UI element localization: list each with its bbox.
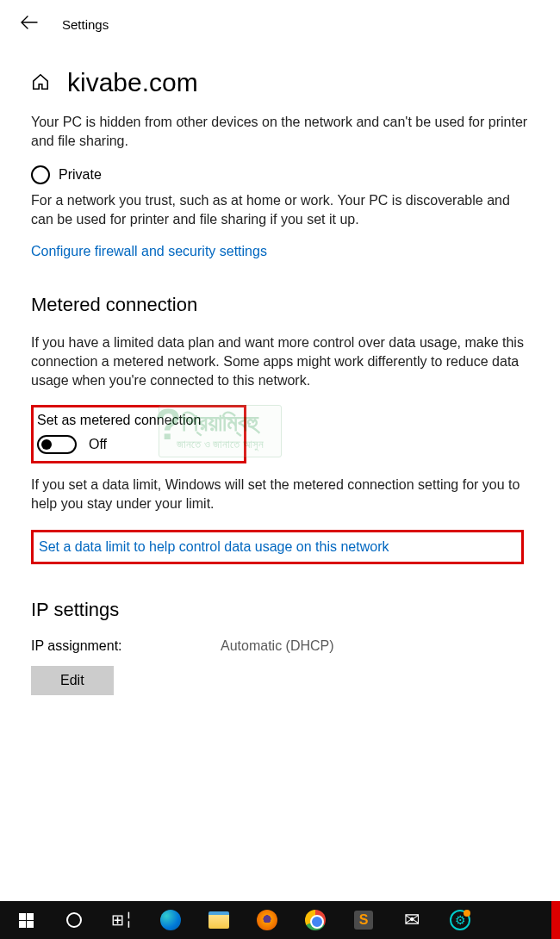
sublime-icon: S — [354, 911, 373, 930]
chrome-icon — [305, 910, 326, 930]
taskbar: ⊞╎ S ✉ ⚙ — [0, 901, 560, 939]
sublime-button[interactable]: S — [339, 901, 388, 939]
cortana-button[interactable] — [50, 901, 98, 939]
gear-badge-icon: ⚙ — [450, 910, 470, 930]
explorer-button[interactable] — [195, 901, 243, 939]
private-radio[interactable]: Private — [31, 165, 529, 184]
windows-icon — [19, 913, 34, 928]
private-description: For a network you trust, such as at home… — [31, 191, 529, 230]
back-icon[interactable] — [21, 16, 38, 34]
settings-badge-button[interactable]: ⚙ — [436, 901, 484, 939]
page-title: kivabe.com — [67, 68, 198, 97]
mail-icon: ✉ — [404, 909, 420, 931]
toggle-knob-icon — [41, 439, 52, 450]
edge-icon — [160, 910, 181, 930]
ip-assignment-value: Automatic (DHCP) — [221, 638, 334, 654]
metered-toggle-highlight: Set as metered connection Off — [31, 405, 246, 463]
mail-button[interactable]: ✉ — [388, 901, 436, 939]
firefox-button[interactable] — [243, 901, 291, 939]
header-title: Settings — [62, 17, 109, 32]
chrome-button[interactable] — [291, 901, 339, 939]
firefox-icon — [257, 910, 277, 930]
metered-description: If you have a limited data plan and want… — [31, 333, 529, 391]
edge-button[interactable] — [146, 901, 195, 939]
data-limit-highlight: Set a data limit to help control data us… — [31, 530, 524, 564]
private-label: Private — [59, 167, 102, 183]
ip-assignment-label: IP assignment: — [31, 638, 221, 654]
hidden-description: Your PC is hidden from other devices on … — [31, 113, 529, 152]
task-view-button[interactable]: ⊞╎ — [98, 901, 146, 939]
taskbar-app-stub[interactable] — [551, 901, 560, 939]
firewall-link[interactable]: Configure firewall and security settings — [31, 244, 267, 259]
data-limit-link[interactable]: Set a data limit to help control data us… — [39, 539, 389, 555]
data-limit-description: If you set a data limit, Windows will se… — [31, 476, 529, 514]
start-button[interactable] — [2, 901, 50, 939]
ip-heading: IP settings — [31, 599, 529, 621]
home-icon — [31, 72, 50, 94]
task-view-icon: ⊞╎ — [111, 911, 134, 930]
metered-toggle[interactable] — [37, 435, 77, 454]
radio-icon — [31, 165, 50, 184]
folder-icon — [208, 911, 229, 929]
metered-toggle-state: Off — [89, 437, 107, 452]
edit-button[interactable]: Edit — [31, 666, 114, 695]
metered-heading: Metered connection — [31, 294, 529, 316]
cortana-icon — [66, 912, 82, 928]
metered-toggle-label: Set as metered connection — [37, 413, 201, 428]
